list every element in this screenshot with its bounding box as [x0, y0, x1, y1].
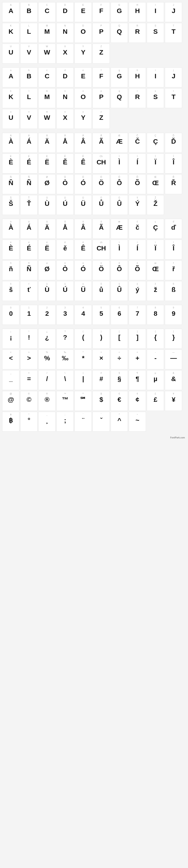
- glyph-char: 9: [172, 310, 175, 317]
- glyph-char: ~: [136, 417, 139, 424]
- glyph-cell: iI: [147, 67, 164, 87]
- glyph-char: Ô: [117, 180, 122, 186]
- glyph-char: R: [135, 28, 140, 35]
- glyph-cell: }}: [165, 329, 182, 349]
- glyph-label: œ: [154, 262, 156, 264]
- glyph-label: £: [155, 393, 156, 395]
- glyph-char: G: [117, 73, 122, 80]
- glyph-cell: sS: [147, 88, 164, 108]
- glyph-label: r: [137, 90, 138, 92]
- glyph-label: K: [10, 25, 12, 27]
- glyph-char: Č: [135, 138, 140, 145]
- glyph-char: Ü: [81, 286, 85, 293]
- glyph-label: ï: [155, 241, 156, 244]
- glyph-cell: ÅÅ: [57, 133, 74, 153]
- glyph-cell: cC: [38, 67, 55, 87]
- glyph-label: Î: [173, 155, 174, 158]
- glyph-label: Č: [137, 134, 138, 137]
- glyph-label: Ř: [173, 176, 174, 178]
- glyph-cell: zZ: [92, 109, 110, 129]
- glyph-label: ¢: [137, 393, 138, 395]
- glyph-label: o: [82, 90, 84, 92]
- glyph-cell: uU: [2, 109, 20, 129]
- glyph-label: Œ: [154, 176, 156, 178]
- glyph-char: F: [99, 7, 103, 14]
- glyph-cell: KK: [2, 23, 20, 43]
- glyph-char: ©: [27, 396, 31, 403]
- glyph-cell: JJ: [165, 2, 182, 22]
- glyph-cell: {{: [147, 329, 164, 349]
- glyph-label: /: [47, 372, 47, 374]
- glyph-label: #: [101, 372, 102, 374]
- glyph-char: Ù: [45, 286, 49, 293]
- glyph-char: Ý: [135, 200, 139, 207]
- glyph-char: D: [63, 7, 68, 14]
- glyph-char: Ñ: [27, 266, 31, 272]
- glyph-char: !: [28, 334, 30, 341]
- glyph-char: ^: [117, 417, 121, 424]
- glyph-label: Ď: [173, 134, 174, 137]
- glyph-label: >: [28, 351, 30, 353]
- glyph-char: Ú: [63, 200, 68, 207]
- glyph-label: y: [83, 111, 84, 113]
- glyph-char: -: [154, 355, 156, 362]
- glyph-label: ¥: [173, 393, 174, 395]
- glyph-label: k: [10, 90, 11, 92]
- glyph-char: ¶: [136, 375, 139, 382]
- glyph-label: Ï: [155, 155, 156, 158]
- glyph-char: V: [27, 114, 31, 121]
- glyph-label: *: [83, 351, 83, 353]
- glyph-char: Ů: [99, 200, 104, 207]
- glyph-label: í: [137, 241, 138, 244]
- glyph-label: Ê: [82, 155, 84, 158]
- glyph-cell: tT: [165, 88, 182, 108]
- glyph-cell: 77: [129, 305, 146, 325]
- glyph-label: D: [64, 4, 66, 6]
- glyph-label: +: [137, 351, 138, 353]
- glyph-char: M: [44, 94, 49, 100]
- glyph-char: V: [27, 49, 31, 56]
- glyph-cell: WW: [38, 44, 55, 64]
- glyph-cell: ÛÛ: [111, 195, 128, 215]
- glyph-cell: NN: [57, 23, 74, 43]
- glyph-label: W: [46, 45, 48, 48]
- glyph-cell: °°: [20, 412, 37, 432]
- glyph-char: 4: [81, 310, 85, 317]
- glyph-char: N: [63, 28, 68, 35]
- glyph-char: D: [63, 73, 68, 80]
- glyph-char: ¥: [172, 396, 175, 403]
- glyph-cell: ££: [147, 391, 164, 411]
- glyph-char: ÷: [117, 355, 121, 362]
- glyph-label: ò: [64, 262, 66, 264]
- glyph-char: Z: [99, 114, 103, 121]
- glyph-char: R: [135, 94, 140, 100]
- glyph-label: C: [46, 4, 48, 6]
- glyph-char: _: [9, 375, 12, 382]
- glyph-char: ¡: [10, 334, 12, 341]
- glyph-char: ¸: [46, 417, 48, 424]
- glyph-char: ť: [27, 286, 30, 293]
- glyph-cell: HH: [129, 2, 146, 22]
- glyph-cell: ČČ: [129, 133, 146, 153]
- glyph-cell: ÃÃ: [92, 133, 110, 153]
- glyph-cell: ¿¿: [38, 329, 55, 349]
- glyph-label: Ñ: [28, 176, 30, 178]
- glyph-cell: òÒ: [57, 260, 74, 280]
- glyph-cell: vV: [20, 109, 37, 129]
- glyph-label: v: [29, 111, 30, 113]
- glyph-char: Ø: [44, 266, 49, 272]
- glyph-char: ×: [100, 355, 103, 362]
- glyph-char: B: [27, 7, 31, 14]
- glyph-cell: ňň: [2, 260, 20, 280]
- glyph-label: ]: [137, 330, 138, 333]
- glyph-cell: QQ: [111, 23, 128, 43]
- glyph-label: ß: [173, 283, 174, 285]
- glyph-label: Ù: [46, 196, 48, 199]
- glyph-char: ™: [62, 396, 68, 403]
- glyph-cell: ŽŽ: [147, 195, 164, 215]
- glyph-cell: TT: [165, 23, 182, 43]
- glyph-cell: ¡¡: [2, 329, 20, 349]
- glyph-label: n: [64, 90, 66, 92]
- glyph-cell: ěě: [57, 240, 74, 259]
- glyph-cell: ÉÉ: [20, 154, 37, 174]
